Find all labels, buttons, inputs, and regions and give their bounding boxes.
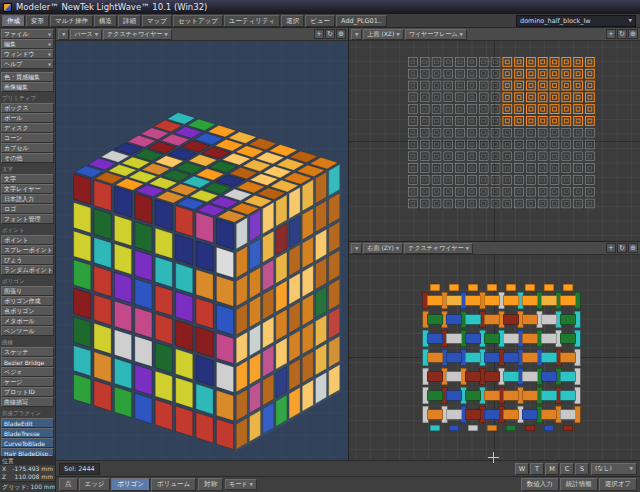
pan-icon[interactable]: +: [606, 243, 616, 253]
tool-button-ポリゴン作成[interactable]: ポリゴン作成: [1, 296, 54, 306]
view-type-dropdown[interactable]: 上面 (XZ) ▼: [363, 29, 403, 40]
view-type-dropdown[interactable]: 右面 (ZY) ▼: [363, 243, 403, 254]
sidebar-menu-ヘルプ[interactable]: ヘルプ▼: [1, 59, 54, 69]
tab-詳細[interactable]: 詳細: [118, 15, 141, 27]
status-bar-lower: 点エッジポリゴンボリューム 対称 モード ▼ 数値入力統計情報選択オフ: [56, 476, 640, 492]
sidebar-menu-編集[interactable]: 編集▼: [1, 39, 54, 49]
tool-button-日本語入力[interactable]: 日本語入力: [1, 194, 54, 204]
chevron-down-icon: ▼: [48, 32, 51, 37]
zoom-icon[interactable]: ⊕: [628, 29, 638, 39]
rotate-icon[interactable]: ↻: [617, 29, 627, 39]
tool-button-BladeTresse[interactable]: BladeTresse: [1, 428, 54, 438]
tool-button-BladeEdit[interactable]: BladeEdit: [1, 418, 54, 428]
tool-button-スケッチ[interactable]: スケッチ: [1, 347, 54, 357]
tab-Add_PLG01..[interactable]: Add_PLG01..: [336, 15, 387, 27]
vmap-button-T[interactable]: T: [530, 463, 544, 475]
tool-button-ボール[interactable]: ボール: [1, 113, 54, 123]
sidebar-menu-ウィンドウ[interactable]: ウィンドウ▼: [1, 49, 54, 59]
editor-button-色・質感編集[interactable]: 色・質感編集: [1, 72, 54, 82]
tool-button-面張り[interactable]: 面張り: [1, 286, 54, 296]
vmap-button-S[interactable]: S: [575, 463, 589, 475]
chevron-down-icon: ▼: [249, 482, 252, 487]
object-name: domino_half_block_lw: [520, 17, 591, 25]
status-button-統計情報[interactable]: 統計情報: [560, 478, 598, 491]
tab-変形[interactable]: 変形: [26, 15, 49, 27]
object-selector[interactable]: domino_half_block_lw ▼: [516, 15, 636, 27]
tab-選択[interactable]: 選択: [281, 15, 304, 27]
tool-button-ケージ[interactable]: ケージ: [1, 377, 54, 387]
zoom-icon[interactable]: ⊕: [336, 29, 346, 39]
sidebar-menu-ファイル[interactable]: ファイル▼: [1, 29, 54, 39]
tool-button-ペンツール[interactable]: ペンツール: [1, 326, 54, 336]
tab-ユーティリティ[interactable]: ユーティリティ: [224, 15, 280, 27]
axis-label: X: [2, 465, 6, 473]
tab-作成[interactable]: 作成: [2, 15, 25, 27]
tool-button-コーン[interactable]: コーン: [1, 133, 54, 143]
menu-tabs: 作成変形マルチ操作構造詳細マップセットアップユーティリティ選択ビューAdd_PL…: [2, 15, 387, 27]
status-button-選択オフ[interactable]: 選択オフ: [599, 478, 637, 491]
tool-button-ディスク[interactable]: ディスク: [1, 123, 54, 133]
zoom-icon[interactable]: ⊕: [628, 243, 638, 253]
render-mode-dropdown[interactable]: ワイヤーフレーム ▼: [405, 29, 467, 40]
tool-button-CurveToBlade[interactable]: CurveToBlade: [1, 438, 54, 448]
tool-button-メタボール[interactable]: メタボール: [1, 316, 54, 326]
status-right-buttons: 数値入力統計情報選択オフ: [521, 478, 637, 491]
top-canvas[interactable]: [349, 41, 640, 241]
chevron-down-icon: ▼: [164, 32, 167, 37]
side-canvas[interactable]: [349, 255, 640, 460]
tool-button-ロゴ[interactable]: ロゴ: [1, 204, 54, 214]
status-button-数値入力[interactable]: 数値入力: [521, 478, 559, 491]
tool-button-カプセル[interactable]: カプセル: [1, 143, 54, 153]
symmetry-button[interactable]: 対称: [198, 478, 223, 491]
tool-sidebar: ファイル▼編集▼ウィンドウ▼ヘルプ▼色・質感編集画像編集プリミティブボックスボー…: [0, 28, 56, 492]
tab-構造[interactable]: 構造: [94, 15, 117, 27]
rotate-icon[interactable]: ↻: [325, 29, 335, 39]
tool-button-フォント管理[interactable]: フォント管理: [1, 214, 54, 224]
tool-button-プロットID[interactable]: プロットID: [1, 387, 54, 397]
tab-マップ[interactable]: マップ: [142, 15, 172, 27]
vmap-button-C[interactable]: C: [560, 463, 574, 475]
viewport-area: ▼ パース ▼ テクスチャワイヤー ▼ +↻⊕ ▼: [56, 28, 640, 460]
perspective-canvas[interactable]: [56, 41, 348, 460]
tab-セットアップ[interactable]: セットアップ: [173, 15, 223, 27]
vmap-button-M[interactable]: M: [545, 463, 559, 475]
tool-button-ボックス[interactable]: ボックス: [1, 103, 54, 113]
render-mode-dropdown[interactable]: テクスチャワイヤー ▼: [103, 29, 172, 40]
mode-button-エッジ[interactable]: エッジ: [79, 478, 111, 491]
chevron-down-icon: ▼: [465, 246, 468, 251]
view-type-label: 上面 (XZ): [367, 30, 394, 39]
tab-マルチ操作[interactable]: マルチ操作: [50, 15, 93, 27]
mode-button-ボリューム[interactable]: ボリューム: [151, 478, 196, 491]
mode-button-点[interactable]: 点: [59, 478, 78, 491]
vmap-selector-dropdown[interactable]: (なし) ▼: [591, 463, 637, 475]
render-mode-dropdown[interactable]: テクスチャワイヤー ▼: [404, 243, 473, 254]
vmap-button-W[interactable]: W: [515, 463, 529, 475]
viewport-menu-button[interactable]: ▼: [58, 29, 69, 40]
tool-button-文字[interactable]: 文字: [1, 174, 54, 184]
editor-button-画像編集[interactable]: 画像編集: [1, 82, 54, 92]
view-type-label: 右面 (ZY): [367, 244, 393, 253]
tool-button-ランダムポイント[interactable]: ランダムポイント: [1, 265, 54, 275]
pan-icon[interactable]: +: [606, 29, 616, 39]
rotate-icon[interactable]: ↻: [617, 243, 627, 253]
tool-button-びょう[interactable]: びょう: [1, 255, 54, 265]
tool-button-その他[interactable]: その他: [1, 153, 54, 163]
tool-button-Hair BladeDisp..[interactable]: Hair BladeDisp..: [1, 448, 54, 456]
tool-button-スプレーポイント[interactable]: スプレーポイント: [1, 245, 54, 255]
pan-icon[interactable]: +: [314, 29, 324, 39]
tab-ビュー[interactable]: ビュー: [305, 15, 335, 27]
tool-button-点ポリゴン[interactable]: 点ポリゴン: [1, 306, 54, 316]
tool-button-ベジェ[interactable]: ベジェ: [1, 367, 54, 377]
tool-button-曲線描写[interactable]: 曲線描写: [1, 397, 54, 407]
title-bar: Modeler™ NewTek LightWave™ 10.1 (Win32): [0, 0, 640, 14]
tool-button-Bezier Bridge[interactable]: Bezier Bridge: [1, 357, 54, 367]
tool-button-ポイント[interactable]: ポイント: [1, 235, 54, 245]
tool-button-文字レイヤー[interactable]: 文字レイヤー: [1, 184, 54, 194]
viewport-menu-button[interactable]: ▼: [351, 243, 362, 254]
window-title: Modeler™ NewTek LightWave™ 10.1 (Win32): [16, 2, 207, 12]
render-mode-label: テクスチャワイヤー: [107, 30, 162, 39]
view-type-dropdown[interactable]: パース ▼: [70, 29, 102, 40]
action-mode-dropdown[interactable]: モード ▼: [225, 479, 257, 490]
viewport-menu-button[interactable]: ▼: [351, 29, 362, 40]
mode-button-ポリゴン[interactable]: ポリゴン: [111, 478, 150, 491]
